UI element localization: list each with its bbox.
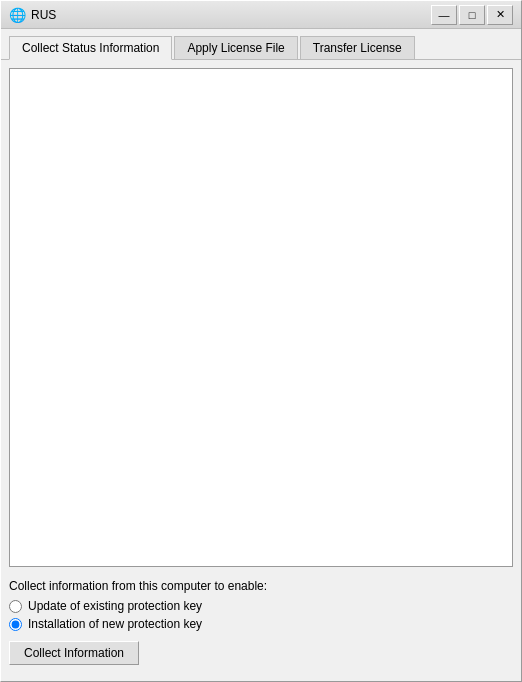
radio-install-new[interactable]: Installation of new protection key (9, 617, 513, 631)
radio-input-update[interactable] (9, 600, 22, 613)
collect-information-button[interactable]: Collect Information (9, 641, 139, 665)
main-window: 🌐 RUS — □ ✕ Collect Status Information A… (0, 0, 522, 682)
app-icon: 🌐 (9, 7, 25, 23)
info-prompt: Collect information from this computer t… (9, 579, 513, 593)
tab-transfer-license[interactable]: Transfer License (300, 36, 415, 60)
tab-apply-license[interactable]: Apply License File (174, 36, 297, 60)
close-button[interactable]: ✕ (487, 5, 513, 25)
window-controls: — □ ✕ (431, 5, 513, 25)
window-title: RUS (31, 8, 431, 22)
info-section: Collect information from this computer t… (9, 575, 513, 673)
minimize-button[interactable]: — (431, 5, 457, 25)
radio-input-install[interactable] (9, 618, 22, 631)
content-area: Collect information from this computer t… (1, 60, 521, 681)
radio-update-existing[interactable]: Update of existing protection key (9, 599, 513, 613)
title-bar: 🌐 RUS — □ ✕ (1, 1, 521, 29)
tabs-bar: Collect Status Information Apply License… (1, 29, 521, 60)
radio-group: Update of existing protection key Instal… (9, 599, 513, 631)
status-text-box[interactable] (9, 68, 513, 567)
tab-collect-status[interactable]: Collect Status Information (9, 36, 172, 60)
maximize-button[interactable]: □ (459, 5, 485, 25)
